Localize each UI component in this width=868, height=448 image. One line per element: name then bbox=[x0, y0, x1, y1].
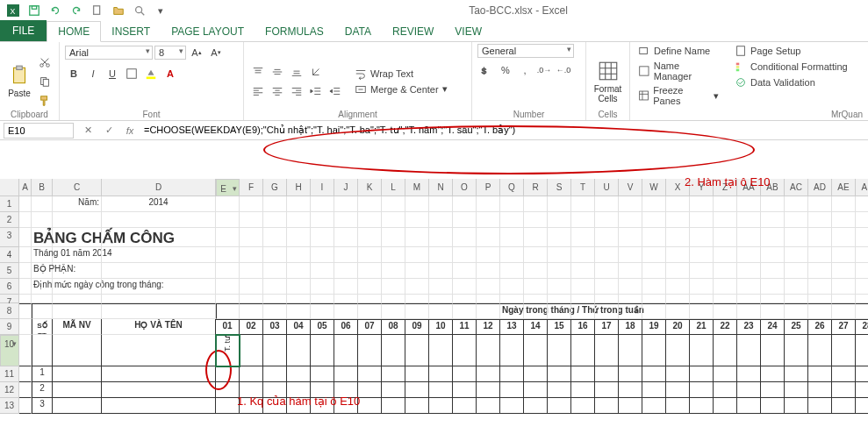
cell[interactable] bbox=[832, 382, 856, 398]
cell[interactable] bbox=[690, 382, 714, 398]
cell[interactable] bbox=[785, 196, 808, 212]
cell[interactable] bbox=[808, 398, 832, 414]
row-header[interactable]: 6 bbox=[0, 279, 19, 295]
cell[interactable]: 3 bbox=[32, 398, 53, 414]
cell[interactable] bbox=[737, 295, 761, 303]
cell[interactable] bbox=[808, 335, 832, 366]
cell[interactable] bbox=[382, 366, 405, 382]
cell[interactable] bbox=[382, 228, 405, 247]
cell[interactable]: Năm: bbox=[53, 196, 102, 212]
cell[interactable] bbox=[240, 247, 263, 263]
cell[interactable] bbox=[216, 398, 240, 414]
cell[interactable] bbox=[453, 335, 477, 366]
cell[interactable] bbox=[358, 212, 382, 228]
column-header[interactable]: D bbox=[102, 179, 216, 196]
cell[interactable] bbox=[690, 228, 714, 247]
cell[interactable] bbox=[287, 228, 311, 247]
cell[interactable] bbox=[548, 196, 571, 212]
cell[interactable] bbox=[524, 398, 548, 414]
cell[interactable]: 24 bbox=[761, 319, 785, 335]
cell[interactable] bbox=[240, 212, 263, 228]
column-header[interactable]: Q bbox=[500, 179, 524, 196]
cell[interactable]: Tháng 01 năm 2014 bbox=[32, 247, 53, 263]
cell[interactable] bbox=[619, 398, 642, 414]
cell[interactable] bbox=[832, 398, 856, 414]
cell[interactable] bbox=[53, 279, 102, 295]
cell[interactable] bbox=[53, 247, 102, 263]
cell[interactable]: 09 bbox=[405, 319, 429, 335]
cell[interactable] bbox=[595, 247, 619, 263]
cell[interactable] bbox=[737, 196, 761, 212]
format-painter-icon[interactable] bbox=[36, 92, 54, 110]
cell[interactable] bbox=[32, 212, 53, 228]
cell[interactable]: 2014 bbox=[102, 196, 216, 212]
cell[interactable] bbox=[619, 382, 642, 398]
cell[interactable] bbox=[666, 382, 690, 398]
cell[interactable] bbox=[619, 295, 642, 303]
cell[interactable] bbox=[548, 366, 571, 382]
cell[interactable] bbox=[714, 228, 737, 247]
cell[interactable]: 12 bbox=[477, 319, 500, 335]
font-size-select[interactable]: 8 bbox=[154, 46, 186, 60]
cell[interactable] bbox=[240, 279, 263, 295]
cell[interactable] bbox=[287, 263, 311, 279]
cell[interactable] bbox=[429, 295, 453, 303]
cell[interactable] bbox=[737, 398, 761, 414]
cell[interactable]: 18 bbox=[619, 319, 642, 335]
cell[interactable] bbox=[785, 228, 808, 247]
cell[interactable] bbox=[808, 366, 832, 382]
cell[interactable] bbox=[737, 303, 761, 319]
cell[interactable] bbox=[19, 366, 32, 382]
cell[interactable] bbox=[32, 196, 53, 212]
cell[interactable] bbox=[334, 366, 358, 382]
cell[interactable] bbox=[761, 263, 785, 279]
decrease-font-icon[interactable]: A▾ bbox=[207, 44, 225, 61]
cell[interactable] bbox=[429, 398, 453, 414]
cell[interactable] bbox=[737, 228, 761, 247]
cell[interactable] bbox=[666, 228, 690, 247]
cell[interactable] bbox=[263, 366, 287, 382]
column-header[interactable]: E bbox=[216, 179, 240, 196]
cell[interactable] bbox=[334, 212, 358, 228]
cell[interactable] bbox=[761, 335, 785, 366]
currency-icon[interactable]: $ bbox=[477, 61, 495, 79]
cell[interactable] bbox=[856, 382, 868, 398]
cell[interactable] bbox=[856, 228, 868, 247]
cell[interactable] bbox=[311, 295, 334, 303]
cell[interactable] bbox=[19, 398, 32, 414]
qat-more-icon[interactable]: ▾ bbox=[151, 1, 170, 20]
cell[interactable] bbox=[358, 196, 382, 212]
cell[interactable]: 20 bbox=[666, 319, 690, 335]
cell[interactable] bbox=[690, 212, 714, 228]
cell[interactable] bbox=[216, 212, 240, 228]
cell[interactable] bbox=[405, 303, 429, 319]
column-header[interactable]: N bbox=[429, 179, 453, 196]
cell[interactable] bbox=[714, 382, 737, 398]
cell[interactable] bbox=[240, 295, 263, 303]
cell[interactable] bbox=[642, 382, 666, 398]
cell[interactable] bbox=[832, 295, 856, 303]
cell[interactable] bbox=[405, 295, 429, 303]
cell[interactable] bbox=[429, 366, 453, 382]
cell[interactable] bbox=[287, 366, 311, 382]
align-left-icon[interactable] bbox=[249, 82, 267, 100]
increase-decimal-icon[interactable]: .0→ bbox=[535, 61, 553, 79]
cell[interactable] bbox=[714, 295, 737, 303]
cell[interactable] bbox=[737, 279, 761, 295]
cell[interactable] bbox=[216, 382, 240, 398]
open-icon[interactable] bbox=[109, 1, 128, 20]
cell[interactable] bbox=[53, 398, 102, 414]
cell[interactable]: 23 bbox=[737, 319, 761, 335]
cell[interactable] bbox=[358, 263, 382, 279]
cell[interactable] bbox=[595, 228, 619, 247]
cell[interactable] bbox=[571, 398, 595, 414]
tab-home[interactable]: HOME bbox=[47, 21, 101, 42]
cell[interactable] bbox=[642, 263, 666, 279]
cell[interactable] bbox=[714, 247, 737, 263]
column-header[interactable]: AF bbox=[856, 179, 868, 196]
cell[interactable] bbox=[311, 335, 334, 366]
cell[interactable] bbox=[832, 303, 856, 319]
column-header[interactable]: O bbox=[453, 179, 477, 196]
cell[interactable] bbox=[737, 263, 761, 279]
cell[interactable] bbox=[737, 247, 761, 263]
